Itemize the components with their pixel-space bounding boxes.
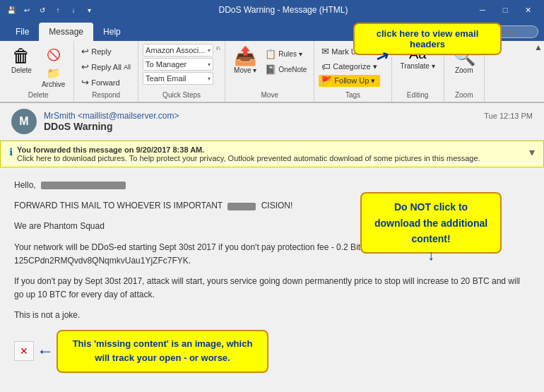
onenote-button[interactable]: 📓 OneNote [262, 62, 309, 77]
warning-line1: You forwarded this message on 9/20/2017 … [17, 145, 525, 154]
categorize-button[interactable]: 🏷 Categorize ▾ [319, 59, 379, 74]
quick-step-1[interactable]: Amazon Associ... ▾ [143, 44, 213, 57]
archive-button[interactable]: 📁 Archive [37, 65, 69, 91]
categorize-label: Categorize ▾ [333, 62, 377, 71]
group-delete: 🗑 Delete 🚫 📁 Archive Delete [3, 41, 74, 102]
up-icon[interactable]: ↑ [52, 4, 64, 16]
email-from: MrSmith <maillist@mailserver.com> [44, 111, 477, 121]
ribbon-collapse-button[interactable]: ▲ [534, 42, 543, 52]
quick-step-1-label: Amazon Associ... [146, 46, 205, 54]
reply-label: Reply [91, 47, 111, 56]
quick-step-2-label: To Manager [146, 60, 187, 69]
redo-icon[interactable]: ↺ [37, 4, 48, 16]
archive-icon: 📁 [47, 68, 61, 79]
footer-callout: This 'missing content' is an image, whic… [57, 330, 268, 374]
header-callout: click here to view email headers ↗ [353, 23, 502, 55]
broken-image-row: ✕ ← This 'missing content' is an image, … [14, 330, 530, 374]
forward-label: Forward [91, 78, 119, 87]
ignore-button[interactable]: 🚫 [37, 47, 69, 64]
email-subject: DDoS Warning [44, 121, 477, 132]
quick-steps-expand-icon[interactable]: ⎌ [216, 44, 220, 52]
body-callout: Do NOT click to download the additional … [360, 192, 502, 254]
body-callout-text: Do NOT click to download the additional … [374, 201, 487, 244]
email-line5: This is not a joke. [14, 309, 530, 322]
title-bar-left-icons: 💾 ↩ ↺ ↑ ↓ ▾ [6, 4, 95, 16]
email-line4: If you don't pay by Sept 30st 2017, atta… [14, 275, 530, 302]
more-icon[interactable]: ▾ [83, 4, 95, 16]
move-icon: 📤 [234, 47, 256, 65]
email-line1: FORWARD THIS MAIL TO WHOEVER IS IMPORTAN… [14, 199, 530, 213]
sender-initial: M [19, 115, 28, 128]
info-icon: ℹ [9, 146, 13, 158]
quick-step-2-arrow: ▾ [208, 61, 211, 68]
delete-icon: 🗑 [12, 47, 30, 65]
reply-button[interactable]: ↩ Reply [78, 44, 134, 59]
reply-all-button[interactable]: ↩ Reply All All [78, 59, 134, 74]
email-date: Tue 12:13 PM [484, 112, 533, 120]
group-delete-label: Delete [3, 90, 73, 100]
ribbon: 🗑 Delete 🚫 📁 Archive Delete ↩ R [0, 41, 544, 103]
rules-button[interactable]: 📋 Rules ▾ [262, 47, 309, 61]
mark-unread-icon: ✉ [321, 46, 329, 57]
email-greeting: Hello, [14, 179, 530, 192]
close-button[interactable]: ✕ [517, 0, 538, 20]
warning-text: You forwarded this message on 9/20/2017 … [17, 145, 525, 162]
move-button[interactable]: 📤 Move ▾ [230, 44, 261, 77]
follow-up-button[interactable]: 🚩 Follow Up ▾ [319, 75, 379, 87]
delete-button[interactable]: 🗑 Delete [7, 44, 36, 77]
archive-label: Archive [42, 81, 65, 88]
body-callout-arrow: ↓ [427, 244, 434, 266]
follow-up-icon: 🚩 [321, 76, 332, 86]
email-header: M MrSmith <maillist@mailserver.com> DDoS… [0, 103, 544, 141]
quick-step-3[interactable]: Team Email ▾ [143, 72, 213, 85]
group-respond: ↩ Reply ↩ Reply All All ↪ Forward Respon… [74, 41, 138, 102]
categorize-icon: 🏷 [321, 61, 331, 72]
respond-col: ↩ Reply ↩ Reply All All ↪ Forward [78, 44, 134, 90]
tab-message[interactable]: Message [39, 23, 93, 41]
quick-step-3-arrow: ▾ [208, 76, 211, 82]
group-respond-label: Respond [74, 90, 138, 100]
save-icon[interactable]: 💾 [6, 4, 17, 16]
group-editing-label: Editing [392, 90, 444, 100]
group-move-content: 📤 Move ▾ 📋 Rules ▾ 📓 OneNote [230, 44, 309, 90]
window-title: DDoS Warning - Message (HTML) [95, 5, 472, 15]
down-icon[interactable]: ↓ [68, 4, 79, 16]
translate-label: Translate ▾ [401, 62, 435, 70]
warning-bar[interactable]: ℹ You forwarded this message on 9/20/201… [0, 141, 544, 167]
window-controls: ─ □ ✕ [472, 0, 538, 20]
tab-file[interactable]: File [6, 23, 39, 41]
move-sub-col: 📋 Rules ▾ 📓 OneNote [262, 47, 309, 77]
undo-icon[interactable]: ↩ [21, 4, 32, 16]
warning-collapse-icon[interactable]: ▾ [529, 145, 535, 159]
reply-all-icon: ↩ [81, 61, 89, 72]
quick-step-3-label: Team Email [146, 74, 186, 83]
minimize-button[interactable]: ─ [472, 0, 493, 20]
group-respond-buttons: ↩ Reply ↩ Reply All All ↪ Forward [78, 44, 134, 90]
header-callout-text: click here to view email headers [377, 28, 479, 49]
ignore-icon: 🚫 [47, 49, 61, 61]
warning-line2[interactable]: Click here to download pictures. To help… [17, 154, 525, 162]
email-main: M MrSmith <maillist@mailserver.com> DDoS… [0, 103, 544, 392]
move-label: Move ▾ [234, 66, 256, 74]
forward-button[interactable]: ↪ Forward [78, 75, 134, 90]
group-move: 📤 Move ▾ 📋 Rules ▾ 📓 OneNote Move [225, 41, 314, 102]
maximize-button[interactable]: □ [495, 0, 516, 20]
quick-step-2[interactable]: To Manager ▾ [143, 58, 213, 71]
group-move-label: Move [225, 90, 314, 100]
group-zoom-label: Zoom [444, 90, 484, 100]
title-bar: 💾 ↩ ↺ ↑ ↓ ▾ DDoS Warning - Message (HTML… [0, 0, 544, 20]
redacted-email [41, 182, 126, 189]
footer-callout-text: This 'missing content' is an image, whic… [73, 338, 253, 364]
delete-label: Delete [11, 66, 32, 74]
email-body: Hello, FORWARD THIS MAIL TO WHOEVER IS I… [0, 167, 544, 392]
rules-icon: 📋 [265, 49, 276, 59]
tab-help[interactable]: Help [93, 23, 131, 41]
quick-steps-content: Amazon Associ... ▾ To Manager ▾ Team Ema… [143, 44, 220, 90]
sender-avatar: M [11, 109, 37, 134]
follow-up-label: Follow Up ▾ [334, 76, 375, 85]
footer-arrow-icon: ← [37, 338, 54, 364]
broken-image-icon: ✕ [14, 341, 34, 361]
group-delete-buttons: 🗑 Delete 🚫 📁 Archive [7, 44, 69, 91]
redacted-mid [227, 203, 256, 210]
group-quick-steps-label: Quick Steps [138, 90, 225, 100]
